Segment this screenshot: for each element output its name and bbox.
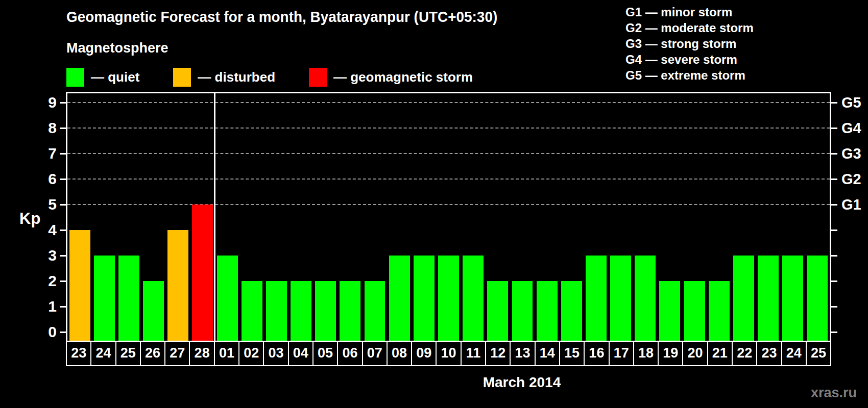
y-tick-label-1: 1 [24, 297, 57, 316]
kp-bar-day-11 [463, 256, 484, 341]
right-axis-label-G2: G2 [841, 169, 861, 189]
g-scale-item-g4: G4 — severe storm [625, 52, 754, 67]
x-tick-label-04-mar: 04 [289, 342, 314, 365]
x-tick-label-25-feb: 25 [116, 342, 141, 365]
kp-bar-day-16 [586, 256, 607, 341]
y-tick-1 [60, 306, 66, 308]
x-tick-label-11-mar: 11 [462, 342, 486, 365]
legend-label-disturbed: — disturbed [198, 69, 275, 85]
x-tick-label-10-mar: 10 [437, 342, 461, 365]
legend-item-disturbed: — disturbed [173, 68, 275, 87]
right-axis-label-G5: G5 [841, 93, 861, 112]
y-tick-label-7: 7 [24, 144, 57, 163]
watermark: xras.ru [811, 385, 857, 401]
kp-bar-day-23 [758, 256, 779, 341]
g-tick-3 [831, 255, 837, 257]
y-tick-label-6: 6 [24, 169, 57, 189]
kp-bar-day-26 [143, 281, 164, 341]
y-tick-3 [60, 255, 66, 257]
x-tick-label-23-mar: 23 [757, 342, 782, 365]
x-tick-label-24-mar: 24 [782, 342, 807, 365]
y-tick-9 [60, 102, 66, 104]
g-scale-item-g5: G5 — extreme storm [625, 67, 754, 83]
legend-label-quiet: — quiet [91, 69, 139, 85]
x-tick-label-02-mar: 02 [239, 342, 264, 365]
y-tick-4 [60, 230, 66, 231]
gridline-kp-9 [67, 102, 830, 103]
kp-bar-day-18 [635, 256, 656, 341]
kp-bar-day-28 [192, 205, 213, 341]
kp-bar-day-23 [69, 230, 90, 341]
legend-swatch-disturbed [173, 68, 191, 87]
kp-bar-day-01 [217, 256, 238, 341]
y-tick-label-0: 0 [24, 322, 57, 342]
g-scale-item-g1: G1 — minor storm [625, 4, 754, 20]
geomagnetic-forecast-page: Geomagnetic Forecast for a month, Byatar… [0, 0, 868, 408]
y-tick-label-2: 2 [24, 271, 57, 291]
right-axis-label-G1: G1 [841, 195, 861, 214]
gridline-kp-8 [67, 128, 830, 129]
x-axis-month-label: March 2014 [214, 374, 830, 391]
x-tick-label-22-mar: 22 [733, 342, 757, 365]
x-tick-label-06-mar: 06 [338, 342, 363, 365]
magnetosphere-legend-heading: Magnetosphere [66, 40, 168, 56]
month-separator-line [214, 93, 215, 341]
kp-bar-day-02 [242, 281, 262, 341]
x-tick-label-28-feb: 28 [190, 342, 214, 365]
y-tick-label-3: 3 [24, 246, 57, 265]
g-tick-5 [831, 204, 837, 206]
x-tick-label-25-mar: 25 [807, 342, 830, 365]
x-tick-label-08-mar: 08 [388, 342, 412, 365]
x-tick-label-17-mar: 17 [610, 342, 634, 365]
legend-swatch-storm [309, 68, 327, 87]
y-tick-0 [60, 332, 66, 333]
kp-bar-day-09 [414, 256, 435, 341]
x-tick-label-05-mar: 05 [314, 342, 338, 365]
kp-bar-day-03 [266, 281, 287, 341]
y-tick-label-8: 8 [24, 118, 57, 138]
x-tick-label-12-mar: 12 [486, 342, 511, 365]
x-tick-label-20-mar: 20 [683, 342, 708, 365]
g-scale-item-g2: G2 — moderate storm [625, 20, 754, 36]
x-tick-label-07-mar: 07 [363, 342, 388, 365]
x-tick-label-24-feb: 24 [91, 342, 116, 365]
kp-bar-day-22 [733, 256, 754, 341]
x-tick-label-09-mar: 09 [412, 342, 437, 365]
magnetosphere-legend: — quiet— disturbed— geomagnetic storm [66, 67, 473, 87]
g-tick-9 [831, 102, 837, 104]
kp-bar-day-24 [782, 256, 803, 341]
legend-item-quiet: — quiet [66, 68, 139, 87]
x-tick-label-15-mar: 15 [560, 342, 585, 365]
kp-bar-day-13 [512, 281, 533, 341]
x-tick-label-14-mar: 14 [536, 342, 560, 365]
x-tick-label-27-feb: 27 [165, 342, 190, 365]
kp-bar-day-15 [561, 281, 582, 341]
right-axis-label-G4: G4 [841, 118, 861, 138]
g-scale-item-g3: G3 — strong storm [625, 36, 754, 52]
g-tick-1 [831, 306, 837, 308]
g-scale-legend: G1 — minor stormG2 — moderate stormG3 — … [625, 4, 754, 83]
kp-bar-day-07 [365, 281, 385, 341]
x-axis-day-labels: 2324252627280102030405060708091011121314… [66, 341, 831, 366]
g-tick-2 [831, 280, 837, 282]
plot-area [66, 92, 831, 342]
x-tick-label-16-mar: 16 [585, 342, 609, 365]
kp-bar-day-21 [709, 281, 730, 341]
g-tick-7 [831, 153, 837, 155]
kp-bar-day-24 [94, 256, 115, 341]
gridline-kp-5 [67, 204, 830, 205]
kp-bar-day-05 [315, 281, 336, 341]
legend-label-storm: — geomagnetic storm [333, 69, 473, 85]
y-tick-5 [60, 204, 66, 206]
x-tick-label-23-feb: 23 [67, 342, 91, 365]
y-tick-6 [60, 178, 66, 180]
y-tick-2 [60, 280, 66, 282]
x-tick-label-13-mar: 13 [511, 342, 535, 365]
x-tick-label-19-mar: 19 [659, 342, 683, 365]
g-tick-0 [831, 332, 837, 333]
kp-bar-day-06 [340, 281, 360, 341]
kp-bar-day-20 [684, 281, 705, 341]
kp-bar-day-08 [389, 256, 410, 341]
kp-bar-day-10 [438, 256, 459, 341]
x-tick-label-03-mar: 03 [264, 342, 288, 365]
